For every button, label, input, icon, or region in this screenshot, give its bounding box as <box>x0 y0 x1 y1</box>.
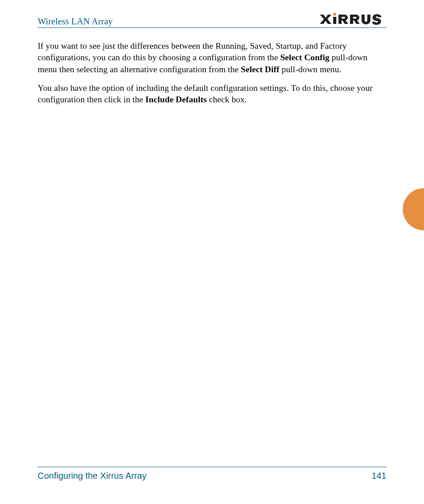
document-page: Wireless LAN Array <box>0 0 424 504</box>
para1-bold-select-config: Select Config <box>280 53 329 62</box>
body-content: If you want to see just the differences … <box>38 28 386 106</box>
side-tab-marker <box>403 188 424 230</box>
header-title: Wireless LAN Array <box>38 16 113 27</box>
svg-rect-0 <box>333 17 336 24</box>
orange-circle-icon <box>403 188 424 230</box>
xirrus-logo <box>320 12 386 27</box>
para1-bold-select-diff: Select Diff <box>241 65 279 74</box>
paragraph-1: If you want to see just the differences … <box>38 40 386 75</box>
page-header: Wireless LAN Array <box>38 12 386 28</box>
svg-point-1 <box>333 12 336 16</box>
para1-text-post: pull-down menu. <box>280 65 342 74</box>
page-footer: Configuring the Xirrus Array 141 <box>38 467 386 481</box>
para2-bold-include-defaults: Include Defaults <box>145 95 207 104</box>
footer-section-title: Configuring the Xirrus Array <box>38 471 147 481</box>
para2-text-post: check box. <box>207 95 247 104</box>
footer-page-number: 141 <box>372 471 386 481</box>
paragraph-2: You also have the option of including th… <box>38 82 386 106</box>
xirrus-logo-icon <box>320 12 386 25</box>
